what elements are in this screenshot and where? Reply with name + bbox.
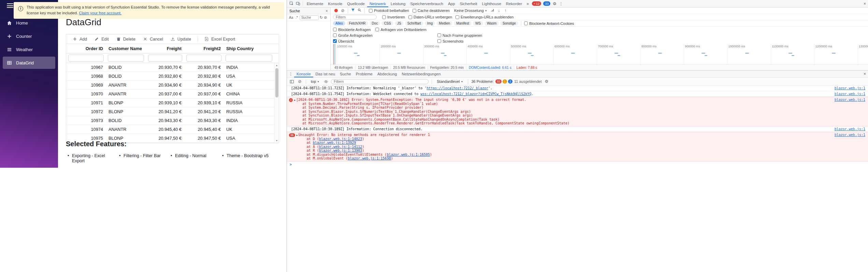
- checkbox-bersicht[interactable]: Übersicht: [333, 39, 354, 43]
- table-row[interactable]: 10970ANANTR20.937,00 €20.937,00 €CHINA: [66, 90, 279, 99]
- chip-css[interactable]: CSS: [381, 21, 393, 26]
- tab-konsole[interactable]: Konsole: [326, 0, 345, 7]
- error-badge[interactable]: ×12: [532, 1, 541, 6]
- table-row[interactable]: 10974ANANTR20.945,40 €20.945,40 €UK: [66, 125, 279, 134]
- column-header-order-id[interactable]: Order ID: [66, 44, 106, 53]
- kebab-menu-icon[interactable]: ⋮: [558, 1, 564, 7]
- scrollbar-thumb[interactable]: [275, 68, 278, 97]
- column-header-freight[interactable]: Freight: [146, 44, 184, 53]
- console-link[interactable]: blazor.web.js:1:13903: [319, 149, 362, 152]
- grid-toolbar-button-delete[interactable]: Delete: [113, 35, 139, 43]
- tab-netzwerk[interactable]: Netzwerk: [367, 0, 388, 7]
- checkbox-input-blockierte-antwort-cookies[interactable]: [524, 21, 528, 25]
- column-filter-input-freight2[interactable]: [186, 55, 221, 62]
- checkbox-input-screenshots[interactable]: [437, 39, 441, 43]
- tab-leistung[interactable]: Leistung: [388, 0, 408, 7]
- console-link[interactable]: blazor.web.js:1:14023: [319, 137, 362, 141]
- issue-badges[interactable]: 3312: [495, 79, 512, 84]
- grid-scrollbar[interactable]: ▲ ▼: [274, 63, 279, 143]
- console-link[interactable]: blazor.web.js:1:14112: [319, 145, 362, 149]
- checkbox-input-invertieren[interactable]: [382, 15, 386, 19]
- checkbox-protokoll-beibehalten[interactable]: Protokoll beibehalten: [369, 9, 409, 13]
- checkbox-input-anfragen-von-drittanbietern[interactable]: [375, 28, 379, 31]
- chip-fetch-xhr[interactable]: Fetch/XHR: [347, 21, 368, 26]
- network-search-icon[interactable]: [357, 8, 362, 13]
- checkbox-input-erweiterungs-urls-ausblenden[interactable]: [455, 15, 459, 19]
- checkbox-cache-deaktivieren[interactable]: Cache deaktivieren: [413, 9, 450, 13]
- grid-toolbar-button-update[interactable]: Update: [168, 35, 194, 43]
- chip-sonstige[interactable]: Sonstige: [500, 21, 518, 26]
- drawer-tab-netzwerkbedingungen[interactable]: Netzwerkbedingungen: [399, 71, 443, 77]
- console-link[interactable]: https://localhost:7212/_blazor: [426, 86, 488, 90]
- checkbox-invertieren[interactable]: Invertieren: [382, 15, 405, 19]
- hamburger-menu-icon[interactable]: [7, 3, 13, 8]
- drawer-kebab-icon[interactable]: ⋮: [288, 71, 294, 77]
- chip-doc[interactable]: Doc: [370, 21, 380, 26]
- checkbox-input-nach-frame-gruppieren[interactable]: [437, 33, 441, 37]
- refresh-search-icon[interactable]: ↻: [320, 15, 323, 20]
- console-settings-gear-icon[interactable]: ⚙: [543, 78, 550, 85]
- network-overview-timeline[interactable]: 100000 ms200000 ms300000 ms400000 ms5000…: [331, 44, 868, 64]
- close-drawer-icon[interactable]: ×: [862, 71, 868, 77]
- expand-triangle-icon[interactable]: ▶: [294, 99, 296, 102]
- source-link[interactable]: blazor.web.js:1: [830, 133, 865, 137]
- drawer-tab-das-ist-neu[interactable]: Das ist neu: [313, 71, 338, 77]
- drawer-tab-konsole[interactable]: Konsole: [294, 71, 313, 77]
- chip-alles[interactable]: Alles: [333, 21, 345, 26]
- console-message-badge[interactable]: 33: [543, 1, 550, 6]
- table-row[interactable]: 10971BLONP20.939,10 €20.939,10 €RUSSIA: [66, 99, 279, 107]
- column-header-ship-country[interactable]: Ship Country: [223, 44, 274, 53]
- close-search-pane-icon[interactable]: ×: [326, 9, 328, 13]
- console-sidebar-icon[interactable]: [289, 78, 295, 85]
- clear-console-icon[interactable]: ⊘: [297, 79, 303, 84]
- checkbox-blockierte-anfragen[interactable]: Blockierte Anfragen: [333, 28, 371, 32]
- settings-gear-icon[interactable]: ⚙: [551, 1, 558, 7]
- log-level-select[interactable]: Standardlevel▼: [435, 79, 465, 84]
- tab-elemente[interactable]: Elemente: [304, 0, 326, 7]
- column-filter-input-freight[interactable]: [148, 55, 182, 62]
- chip-ws[interactable]: WS: [473, 21, 483, 26]
- checkbox-screenshots[interactable]: Screenshots: [437, 39, 463, 43]
- console-filter-input[interactable]: [331, 79, 429, 84]
- column-header-freight2[interactable]: Freight2: [184, 44, 223, 53]
- tab-speicherverbrauch[interactable]: Speicherverbrauch: [408, 0, 446, 7]
- checkbox-input-bersicht[interactable]: [333, 39, 337, 43]
- grid-toolbar-button-edit[interactable]: Edit: [91, 35, 112, 43]
- checkbox-anfragen-von-drittanbietern[interactable]: Anfragen von Drittanbietern: [375, 28, 426, 32]
- checkbox-input-daten-urls-verbergen[interactable]: [408, 15, 412, 19]
- claim-account-link[interactable]: Claim your free account.: [79, 11, 121, 15]
- network-conditions-icon[interactable]: [490, 8, 495, 13]
- search-pane-tab[interactable]: Suche: [289, 9, 300, 13]
- console-prompt[interactable]: >: [287, 162, 868, 167]
- more-tabs-icon[interactable]: »: [524, 1, 531, 7]
- tab-app[interactable]: App: [446, 0, 457, 7]
- hidden-messages-label[interactable]: 11 ausgeblendet: [514, 79, 542, 84]
- throttling-select[interactable]: Keine Drosselung▼: [452, 9, 489, 13]
- network-filter-input[interactable]: [333, 15, 377, 19]
- checkbox-nach-frame-gruppieren[interactable]: Nach Frame gruppieren: [437, 33, 482, 37]
- checkbox-input-protokoll-beibehalten[interactable]: [369, 9, 373, 13]
- chip-wasm[interactable]: Wasm: [484, 21, 499, 26]
- checkbox-gro-e-anfragezeilen[interactable]: Große Anfragezeilen: [333, 33, 373, 37]
- record-icon[interactable]: [334, 9, 338, 12]
- chip-img[interactable]: Img: [425, 21, 435, 26]
- console-link[interactable]: blazor.web.js:1:16505: [387, 153, 430, 156]
- issues-label[interactable]: 36 Probleme:: [471, 79, 493, 84]
- drawer-tab-probleme[interactable]: Probleme: [353, 71, 375, 77]
- live-expression-eye-icon[interactable]: [323, 78, 329, 85]
- tab-rekorder[interactable]: Rekorder: [504, 0, 524, 7]
- sidebar-item-weather[interactable]: Weather: [3, 43, 55, 56]
- column-header-customer-name[interactable]: Customer Name: [106, 44, 146, 53]
- table-row[interactable]: 10967BOLID20.930,70 €20.930,70 €INDIA: [66, 63, 279, 72]
- inspect-element-icon[interactable]: [288, 1, 295, 7]
- chip-js[interactable]: JS: [395, 21, 404, 26]
- grid-toolbar-button-cancel[interactable]: Cancel: [140, 35, 166, 43]
- drawer-tab-suche[interactable]: Suche: [337, 71, 353, 77]
- match-case-toggle[interactable]: Aa: [288, 16, 294, 19]
- column-filter-input-order-id[interactable]: [68, 55, 104, 62]
- checkbox-daten-urls-verbergen[interactable]: Daten-URLs verbergen: [408, 15, 452, 19]
- scroll-down-icon[interactable]: ▼: [276, 138, 278, 143]
- table-row[interactable]: 10969ANANTR20.934,90 €20.934,90 €UK: [66, 81, 279, 90]
- context-selector[interactable]: top▼: [309, 79, 321, 84]
- column-filter-input-ship-country[interactable]: [226, 55, 272, 62]
